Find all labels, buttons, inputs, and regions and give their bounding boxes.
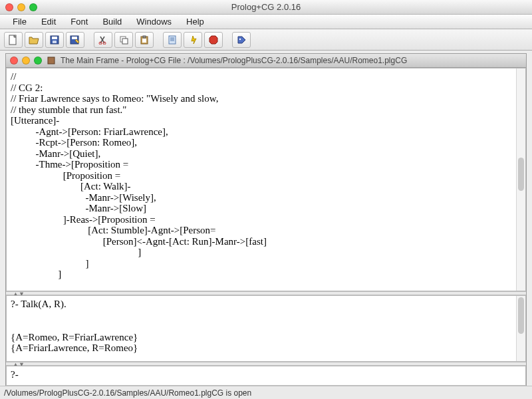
code-pane[interactable]: // // CG 2: // Friar Lawrence says to Ro… [6,68,526,291]
input-pane[interactable]: ?- [6,366,526,386]
tag-button[interactable] [232,32,251,48]
close-window-button[interactable] [5,3,13,11]
svg-point-19 [239,38,241,39]
minimize-window-button[interactable] [17,3,25,11]
editor-area: // // CG 2: // Friar Lawrence says to Ro… [5,68,527,386]
menu-build[interactable]: Build [95,17,129,27]
inner-minimize-button[interactable] [22,57,30,65]
svg-rect-3 [52,37,57,39]
svg-rect-2 [51,36,59,44]
console-scrollbar[interactable] [516,296,525,361]
copy-button[interactable] [114,32,133,48]
paste-button[interactable] [135,32,154,48]
cut-button[interactable] [94,32,112,48]
svg-rect-13 [142,39,146,43]
menu-bar: File Edit Font Build Windows Help [0,15,532,29]
inner-window-titlebar: The Main Frame - Prolog+CG File : /Volum… [5,53,527,68]
stop-button[interactable] [204,32,223,48]
code-scrollbar[interactable] [516,68,525,291]
input-text[interactable]: ?- [7,366,525,383]
status-text: /Volumes/PrologPlusCG-2.0.16/Samples/AAU… [4,388,251,398]
svg-rect-20 [48,57,55,64]
svg-rect-9 [120,37,126,42]
save-file-button[interactable] [45,32,64,48]
console-pane[interactable]: ?- Talk(A, R). {A=Romeo, R=FriarLawrence… [6,295,526,362]
svg-point-7 [99,42,102,45]
svg-point-8 [103,42,106,45]
open-file-button[interactable] [25,32,43,48]
inner-window-title: The Main Frame - Prolog+CG File : /Volum… [61,56,407,65]
menu-edit[interactable]: Edit [34,17,63,27]
svg-rect-0 [9,35,16,45]
window-title: Prolog+CG 2.0.16 [0,2,532,12]
run-button[interactable] [184,32,202,48]
inner-zoom-button[interactable] [34,57,42,65]
svg-rect-12 [143,36,146,38]
svg-rect-4 [53,41,57,43]
toolbar [0,29,532,51]
svg-rect-10 [122,39,128,44]
svg-rect-5 [70,36,78,44]
svg-rect-6 [72,37,77,39]
save-as-button[interactable] [66,32,84,48]
menu-windows[interactable]: Windows [129,17,179,27]
menu-font[interactable]: Font [63,17,95,27]
menu-file[interactable]: File [5,17,34,27]
file-icon [46,55,57,66]
new-file-button[interactable] [4,32,23,48]
inner-close-button[interactable] [10,57,18,65]
svg-marker-1 [14,35,16,37]
console-text[interactable]: ?- Talk(A, R). {A=Romeo, R=FriarLawrence… [7,296,525,356]
document-button[interactable] [163,32,182,48]
window-titlebar: Prolog+CG 2.0.16 [0,0,532,15]
svg-marker-18 [209,36,217,44]
code-text[interactable]: // // CG 2: // Friar Lawrence says to Ro… [7,68,525,283]
menu-help[interactable]: Help [179,17,211,27]
svg-rect-11 [141,37,148,44]
zoom-window-button[interactable] [29,3,37,11]
status-bar: /Volumes/PrologPlusCG-2.0.16/Samples/AAU… [0,386,532,399]
svg-rect-14 [169,36,176,44]
